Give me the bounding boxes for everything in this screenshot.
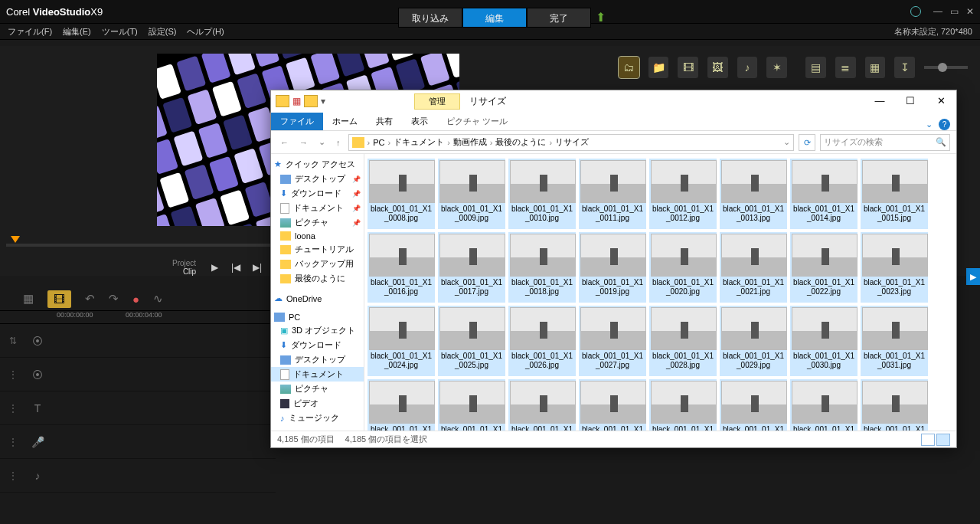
tab-share[interactable]: 完了 <box>527 8 591 28</box>
file-item[interactable]: black_001_01_X1_0013.jpg <box>718 157 789 231</box>
globe-icon[interactable] <box>910 6 921 17</box>
timeline-icon[interactable]: 🎞 <box>47 290 71 308</box>
tree-quick-access[interactable]: ★クイック アクセス <box>271 157 364 172</box>
fx-icon[interactable]: ✶ <box>766 57 787 78</box>
list-icon[interactable]: ≣ <box>835 57 856 78</box>
upload-icon[interactable]: ⬆ <box>591 8 609 28</box>
view-details-icon[interactable] <box>921 434 935 446</box>
explorer-file-pane[interactable]: black_001_01_X1_0008.jpgblack_001_01_X1_… <box>364 154 956 431</box>
playhead-icon[interactable] <box>11 236 20 243</box>
file-item[interactable]: black_001_01_X1_0036.jpg <box>648 378 718 431</box>
play-button[interactable]: ▶ <box>208 262 220 273</box>
file-item[interactable]: black_001_01_X1_0030.jpg <box>789 304 859 378</box>
file-item[interactable]: black_001_01_X1_0033.jpg <box>436 378 507 431</box>
help-icon[interactable]: ? <box>939 119 950 130</box>
tree-pc[interactable]: PC <box>271 311 364 323</box>
nav-back-icon[interactable]: ← <box>277 138 292 147</box>
tree-downloads[interactable]: ⬇ダウンロード📌 <box>271 186 364 201</box>
tree-onedrive[interactable]: ☁OneDrive <box>271 292 364 305</box>
rec-icon[interactable]: ● <box>132 293 139 306</box>
close-button[interactable]: ✕ <box>926 90 956 112</box>
tree-documents[interactable]: ドキュメント📌 <box>271 201 364 215</box>
file-item[interactable]: black_001_01_X1_0022.jpg <box>789 231 859 304</box>
video-icon[interactable]: 🎞 <box>678 57 698 78</box>
search-input[interactable]: リサイズの検索 🔍 <box>820 134 950 151</box>
menu-file[interactable]: ファイル(F) <box>8 26 52 38</box>
tree-music[interactable]: ♪ミュージック <box>271 411 364 425</box>
tab-capture[interactable]: 取り込み <box>398 8 462 28</box>
file-item[interactable]: black_001_01_X1_0024.jpg <box>366 304 436 378</box>
file-item[interactable]: black_001_01_X1_0034.jpg <box>507 378 577 431</box>
nav-recent-icon[interactable]: ⌄ <box>315 137 328 147</box>
photo-icon[interactable]: 🖼 <box>707 57 728 78</box>
media-icon[interactable]: 🗂 <box>619 57 639 78</box>
file-item[interactable]: black_001_01_X1_0011.jpg <box>577 157 648 231</box>
ribbon-view[interactable]: 表示 <box>402 113 437 130</box>
menu-help[interactable]: ヘルプ(H) <box>187 26 224 38</box>
file-item[interactable]: black_001_01_X1_0012.jpg <box>648 157 718 231</box>
file-item[interactable]: black_001_01_X1_0026.jpg <box>507 304 577 378</box>
nav-up-icon[interactable]: ↑ <box>333 138 344 147</box>
file-item[interactable]: black_001_01_X1_0031.jpg <box>859 304 929 378</box>
tree-videos[interactable]: ビデオ <box>271 396 364 411</box>
qat-dropdown-icon[interactable]: ▾ <box>321 96 325 106</box>
redo-icon[interactable]: ↷ <box>109 292 119 306</box>
tree-pictures[interactable]: ピクチャ <box>271 382 364 396</box>
tree-3d[interactable]: ▣3D オブジェクト <box>271 323 364 338</box>
crumb[interactable]: ドキュメント <box>394 136 444 148</box>
tree-downloads[interactable]: ⬇ダウンロード <box>271 338 364 352</box>
ribbon-file[interactable]: ファイル <box>271 113 323 130</box>
ribbon-share[interactable]: 共有 <box>367 113 402 130</box>
tree-folder[interactable]: チュートリアル <box>271 242 364 257</box>
tree-documents[interactable]: ドキュメント <box>271 367 364 382</box>
close-button[interactable]: ✕ <box>966 6 974 17</box>
tree-desktop[interactable]: デスクトップ <box>271 352 364 367</box>
music-icon[interactable]: ♪ <box>26 470 49 482</box>
file-item[interactable]: black_001_01_X1_0037.jpg <box>718 378 789 431</box>
timeline-ruler[interactable]: 00:00:00:00 00:00:04:00 <box>0 310 276 324</box>
maximize-button[interactable]: ☐ <box>895 90 926 112</box>
next-button[interactable]: ▶| <box>251 262 263 273</box>
title-icon[interactable]: T <box>26 402 49 414</box>
file-item[interactable]: black_001_01_X1_0038.jpg <box>789 378 859 431</box>
file-item[interactable]: black_001_01_X1_0032.jpg <box>366 378 436 431</box>
folder-icon[interactable]: 📁 <box>648 57 669 78</box>
menu-edit[interactable]: 編集(E) <box>63 26 91 38</box>
file-item[interactable]: black_001_01_X1_0035.jpg <box>577 378 648 431</box>
ribbon-expand-icon[interactable]: ⌄ <box>926 120 933 129</box>
sort-icon[interactable]: ↧ <box>894 57 915 78</box>
minimize-button[interactable]: — <box>933 6 942 17</box>
file-item[interactable]: black_001_01_X1_0021.jpg <box>718 231 789 304</box>
film-icon[interactable]: ⦿ <box>26 335 49 347</box>
qat-prop-icon[interactable]: ▦ <box>292 96 301 106</box>
file-item[interactable]: black_001_01_X1_0020.jpg <box>648 231 718 304</box>
context-tab-label[interactable]: 管理 <box>414 93 460 110</box>
mixer-icon[interactable]: ∿ <box>153 292 163 306</box>
voice-icon[interactable]: 🎤 <box>26 436 49 448</box>
tree-folder[interactable]: 最後のように <box>271 271 364 286</box>
prev-button[interactable]: |◀ <box>230 262 242 273</box>
ribbon-picture-tools[interactable]: ピクチャ ツール <box>437 113 517 130</box>
panel-collapse-icon[interactable]: ▶ <box>966 268 980 285</box>
audio-icon[interactable]: ♪ <box>737 57 758 78</box>
view-thumbs-icon[interactable] <box>936 434 950 446</box>
tree-folder[interactable]: loona <box>271 230 364 242</box>
crumb[interactable]: リサイズ <box>555 136 589 148</box>
track-toggle[interactable]: ⇅ <box>0 336 26 346</box>
file-item[interactable]: black_001_01_X1_0008.jpg <box>366 157 436 231</box>
file-item[interactable]: black_001_01_X1_0016.jpg <box>366 231 436 304</box>
undo-icon[interactable]: ↶ <box>85 292 95 306</box>
file-item[interactable]: black_001_01_X1_0027.jpg <box>577 304 648 378</box>
tree-pictures[interactable]: ピクチャ📌 <box>271 215 364 230</box>
film-icon[interactable]: ⦿ <box>26 368 49 381</box>
menu-tools[interactable]: ツール(T) <box>102 26 138 38</box>
tree-desktop[interactable]: デスクトップ📌 <box>271 172 364 186</box>
ribbon-home[interactable]: ホーム <box>323 113 367 130</box>
file-item[interactable]: black_001_01_X1_0029.jpg <box>718 304 789 378</box>
file-item[interactable]: black_001_01_X1_0023.jpg <box>859 231 929 304</box>
zoom-slider[interactable] <box>924 66 968 69</box>
tree-folder[interactable]: バックアップ用 <box>271 257 364 271</box>
file-item[interactable]: black_001_01_X1_0028.jpg <box>648 304 718 378</box>
explorer-titlebar[interactable]: ▦ ▾ 管理 リサイズ — ☐ ✕ <box>271 90 956 112</box>
file-item[interactable]: black_001_01_X1_0018.jpg <box>507 231 577 304</box>
